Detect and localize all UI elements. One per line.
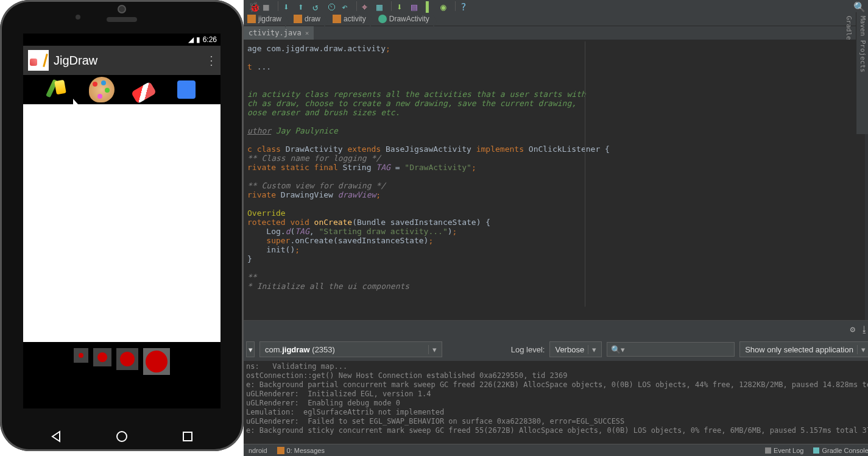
breadcrumb-drawactivity[interactable]: DrawActivity	[375, 15, 438, 23]
panel-toolbar: ⚙ ⭳	[244, 321, 868, 338]
structure-icon[interactable]: ⌖	[362, 1, 372, 11]
brush-size-xs[interactable]	[74, 348, 88, 363]
nav-recent-icon[interactable]	[180, 429, 195, 444]
history-icon[interactable]: ⏲	[327, 1, 337, 11]
gear-icon[interactable]: ⚙	[850, 324, 855, 334]
app-name-label: JigDraw	[54, 54, 202, 68]
project-structure-icon[interactable]: ▦	[376, 1, 386, 11]
log-line: uGLRenderer: Failed to set EGL_SWAP_BEHA…	[246, 417, 624, 426]
log-line: Lemulation: eglSurfaceAttrib not impleme…	[246, 408, 444, 416]
vcs-update-icon[interactable]: ⬇	[283, 1, 293, 11]
puzzle-icon[interactable]	[174, 77, 199, 102]
ide-toolbar: 🐞 ■ ⬇ ⬆ ↺ ⏲ ↶ ⌖ ▦ ⬇ ▤ ▌ ◉ ? 🔍	[244, 0, 868, 12]
vcs-commit-icon[interactable]: ⬆	[298, 1, 308, 11]
android-status-bar: ◢ ▮ 6:26	[23, 34, 221, 46]
log-line: ns: Validating map...	[246, 362, 347, 371]
code-editor[interactable]: ✔age com.jigdraw.draw.activity; t ... in…	[244, 40, 868, 321]
editor-splitter[interactable]	[585, 41, 585, 307]
run-icon[interactable]: 🐞	[249, 1, 258, 11]
eraser-icon[interactable]	[131, 81, 157, 104]
signal-icon: ◢	[188, 35, 194, 44]
editor-tab[interactable]: ctivity.java ×	[244, 26, 314, 40]
svg-point-0	[117, 432, 127, 441]
messages-icon	[277, 447, 284, 454]
messages-toolwindow-button[interactable]: 0: Messages	[272, 447, 330, 454]
nav-back-icon[interactable]	[49, 429, 63, 444]
phone-screen[interactable]: ◢ ▮ 6:26 JigDraw ⋮	[23, 34, 221, 408]
breadcrumb: jigdraw draw activity DrawActivity	[244, 12, 868, 26]
process-dropdown[interactable]: com.jigdraw (2353) ▾	[259, 341, 442, 357]
class-icon	[378, 15, 387, 23]
folder-icon	[247, 15, 256, 23]
log-line: uGLRenderer: Enabling debug mode 0	[246, 399, 400, 407]
brush-size-m[interactable]	[116, 348, 138, 370]
logcat-filter-dropdown[interactable]: Show only selected application ▾	[739, 341, 868, 357]
folder-icon	[294, 15, 302, 23]
android-icon[interactable]: ◉	[440, 1, 450, 11]
android-toolwindow-button[interactable]: ndroid	[244, 447, 272, 454]
log-level-dropdown[interactable]: Verbose ▾	[549, 341, 602, 357]
clock-text: 6:26	[203, 35, 217, 44]
battery-icon: ▮	[196, 35, 200, 44]
close-icon[interactable]: ×	[305, 29, 309, 37]
process-label: com.jigdraw (2353)	[265, 345, 335, 354]
log-level-label: Log level:	[511, 345, 545, 354]
gradle-console-button[interactable]: Gradle Console	[808, 447, 868, 454]
event-log-icon	[765, 447, 771, 454]
breadcrumb-jigdraw[interactable]: jigdraw	[244, 15, 290, 23]
chevron-down-icon: ▾	[428, 345, 437, 354]
logcat-filter-bar: ▾ com.jigdraw (2353) ▾ Log level: Verbos…	[244, 338, 868, 361]
search-everywhere-icon[interactable]: 🔍	[853, 1, 866, 13]
log-line: e: Background partial concurrent mark sw…	[246, 380, 868, 389]
breadcrumb-activity[interactable]: activity	[329, 15, 375, 23]
brush-size-l[interactable]	[143, 348, 170, 375]
download-icon[interactable]: ⭳	[860, 324, 868, 334]
log-line: ostConnection::get() New Host Connection…	[246, 371, 567, 380]
maven-projects-button[interactable]: Maven Projects	[859, 16, 867, 130]
overflow-menu-icon[interactable]: ⋮	[202, 53, 221, 68]
chevron-down-icon: ▾	[857, 345, 866, 354]
phone-frame: ◢ ▮ 6:26 JigDraw ⋮	[0, 0, 244, 451]
ide-pane: 🐞 ■ ⬇ ⬆ ↺ ⏲ ↶ ⌖ ▦ ⬇ ▤ ▌ ◉ ? 🔍 jigdraw dr…	[244, 0, 868, 456]
app-logo-icon	[28, 50, 49, 71]
nav-home-icon[interactable]	[115, 429, 129, 444]
gradle-icon	[813, 447, 819, 454]
emulator-pane: ◢ ▮ 6:26 JigDraw ⋮	[0, 0, 244, 456]
search-icon: 🔍▾	[611, 345, 625, 354]
phone-camera	[119, 6, 125, 12]
chevron-down-icon: ▾	[588, 345, 596, 354]
ide-status-bar: ndroid 0: Messages Event Log Gradle Cons…	[244, 444, 868, 456]
folder-icon	[333, 15, 341, 23]
logcat-search-input[interactable]: 🔍▾	[607, 342, 735, 357]
device-dropdown[interactable]: ▾	[246, 341, 255, 357]
brushes-icon[interactable]	[44, 77, 70, 102]
logcat-output[interactable]: ns: Validating map... ostConnection::get…	[244, 361, 868, 444]
app-toolbar	[23, 75, 221, 104]
sync-icon[interactable]: ↺	[312, 1, 322, 11]
stop-icon[interactable]: ■	[263, 1, 273, 11]
right-tool-strip: Maven Projects Gradle	[856, 12, 868, 134]
monitor-icon[interactable]: ▌	[426, 1, 436, 11]
drawing-canvas[interactable]	[23, 104, 221, 342]
brush-size-row	[23, 342, 221, 381]
undo-icon[interactable]: ↶	[342, 1, 351, 11]
sdk-manager-icon[interactable]: ⬇	[397, 1, 406, 11]
android-nav-bar	[23, 429, 221, 444]
log-line: uGLRenderer: Initialized EGL, version 1.…	[246, 390, 431, 398]
avd-icon[interactable]: ▤	[411, 1, 421, 11]
phone-speaker	[107, 17, 137, 22]
svg-rect-1	[183, 432, 192, 441]
editor-tab-bar: ctivity.java ×	[244, 26, 868, 40]
brush-size-s[interactable]	[93, 348, 111, 366]
app-title-bar: JigDraw ⋮	[23, 46, 221, 75]
palette-icon[interactable]	[89, 77, 115, 102]
help-icon[interactable]: ?	[460, 1, 470, 11]
event-log-button[interactable]: Event Log	[760, 447, 809, 454]
breadcrumb-draw[interactable]: draw	[290, 15, 329, 23]
phone-sensor	[76, 15, 80, 20]
tab-label: ctivity.java	[249, 29, 302, 37]
log-line: e: Background sticky concurrent mark swe…	[246, 426, 868, 435]
gradle-button[interactable]: Gradle	[845, 16, 853, 130]
